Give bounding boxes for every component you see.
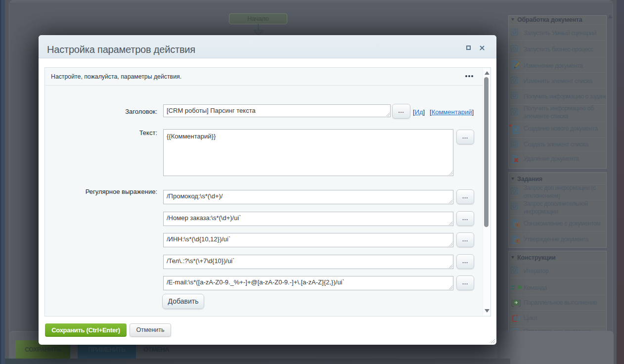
svg-text:*: * (509, 122, 512, 130)
